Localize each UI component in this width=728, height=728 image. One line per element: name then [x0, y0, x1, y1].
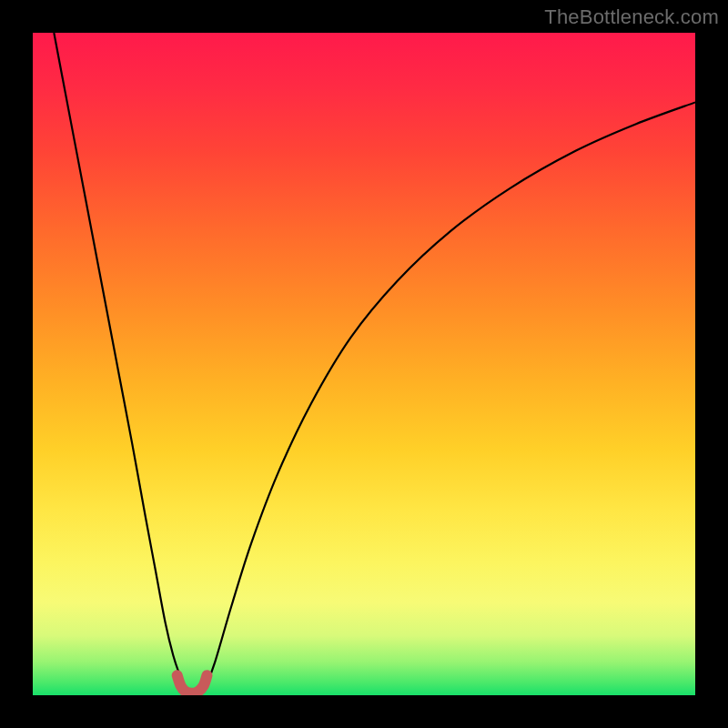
plot-area [33, 33, 695, 695]
series-right-branch [205, 102, 695, 688]
watermark-text: TheBottleneck.com [544, 5, 719, 29]
curve-svg [33, 33, 695, 695]
chart-frame: TheBottleneck.com [0, 0, 728, 728]
series-valley-floor-marker [177, 675, 207, 693]
series-left-branch [54, 33, 185, 689]
